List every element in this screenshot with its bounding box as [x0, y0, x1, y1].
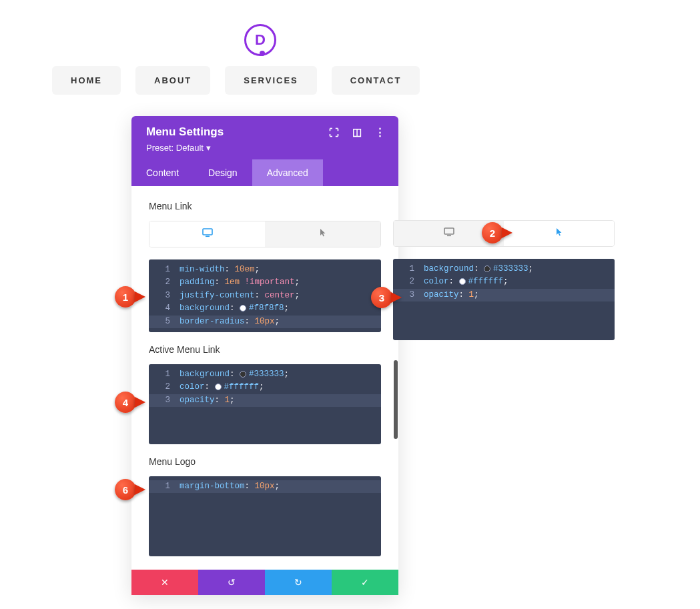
annotation-6-number: 6 — [115, 479, 136, 500]
caret-down-icon: ▾ — [206, 143, 211, 153]
close-icon: ✕ — [161, 577, 169, 588]
code-hover-link[interactable]: 1background: #333333;2color: #ffffff;3op… — [393, 259, 615, 340]
logo-circle: D — [244, 24, 276, 56]
check-icon: ✓ — [361, 577, 369, 588]
cursor-icon — [556, 228, 563, 239]
redo-icon: ↻ — [294, 577, 302, 588]
more-icon[interactable]: ⋮ — [375, 126, 385, 138]
annotation-1-number: 1 — [115, 286, 136, 308]
code-menu-logo[interactable]: 1margin-bottom: 10px; — [149, 476, 381, 556]
annotation-2-number: 2 — [482, 222, 503, 243]
svg-rect-0 — [203, 229, 212, 235]
cursor-icon — [320, 229, 326, 239]
main-nav: HOME ABOUT SERVICES CONTACT — [52, 66, 420, 95]
svg-rect-2 — [444, 228, 454, 234]
annotation-2: 2 — [482, 222, 519, 245]
code-active-menu-link[interactable]: 1background: #333333;2color: #ffffff;3op… — [149, 364, 381, 444]
logo[interactable]: D — [244, 24, 276, 56]
nav-home[interactable]: HOME — [52, 66, 121, 95]
annotation-4-number: 4 — [115, 392, 136, 413]
svg-rect-3 — [447, 235, 451, 237]
close-button[interactable]: ✕ — [131, 570, 198, 595]
annotation-6: 6 — [115, 479, 152, 502]
tab-advanced[interactable]: Advanced — [252, 159, 323, 186]
toggle-hover-1[interactable] — [265, 221, 380, 247]
panel-title-text: Menu Settings — [146, 125, 224, 139]
toggle-desktop-1[interactable] — [149, 221, 265, 247]
tab-content[interactable]: Content — [131, 159, 194, 186]
responsive-toggle-1 — [149, 221, 381, 247]
tab-design[interactable]: Design — [194, 159, 252, 186]
section-active-link: Active Menu Link — [149, 344, 381, 355]
preset-selector[interactable]: Preset: Default ▾ — [146, 143, 385, 153]
toggle-hover-2[interactable] — [504, 221, 614, 246]
annotation-1: 1 — [115, 286, 152, 309]
section-menu-logo: Menu Logo — [149, 456, 381, 467]
annotation-4: 4 — [115, 392, 152, 414]
logo-letter: D — [255, 31, 266, 49]
code-menu-link[interactable]: 1min-width: 10em;2padding: 1em !importan… — [149, 259, 381, 332]
split-icon[interactable]: ◫ — [352, 126, 362, 138]
undo-icon: ↺ — [228, 577, 236, 588]
desktop-icon — [444, 228, 454, 239]
svg-rect-1 — [206, 236, 210, 237]
nav-contact[interactable]: CONTACT — [332, 66, 420, 95]
settings-panel: Menu Settings ⛶ ◫ ⋮ Preset: Default ▾ Co… — [131, 116, 398, 595]
expand-icon[interactable]: ⛶ — [329, 127, 339, 138]
panel-body: Menu Link 1min-width: 10em;2padding: 1em… — [131, 186, 398, 570]
scrollbar-indicator[interactable] — [394, 360, 398, 439]
confirm-button[interactable]: ✓ — [332, 570, 398, 595]
action-bar: ✕ ↺ ↻ ✓ — [131, 570, 398, 595]
nav-about[interactable]: ABOUT — [135, 66, 210, 95]
undo-button[interactable]: ↺ — [198, 570, 265, 595]
annotation-3: 3 — [371, 287, 408, 310]
panel-tabs: Content Design Advanced — [131, 159, 398, 186]
desktop-icon — [202, 229, 213, 239]
nav-services[interactable]: SERVICES — [225, 66, 317, 95]
panel-header[interactable]: Menu Settings ⛶ ◫ ⋮ Preset: Default ▾ — [131, 116, 398, 159]
annotation-3-number: 3 — [371, 287, 392, 308]
section-menu-link: Menu Link — [149, 201, 381, 211]
redo-button[interactable]: ↻ — [265, 570, 332, 595]
preset-label: Preset: Default — [146, 143, 204, 153]
